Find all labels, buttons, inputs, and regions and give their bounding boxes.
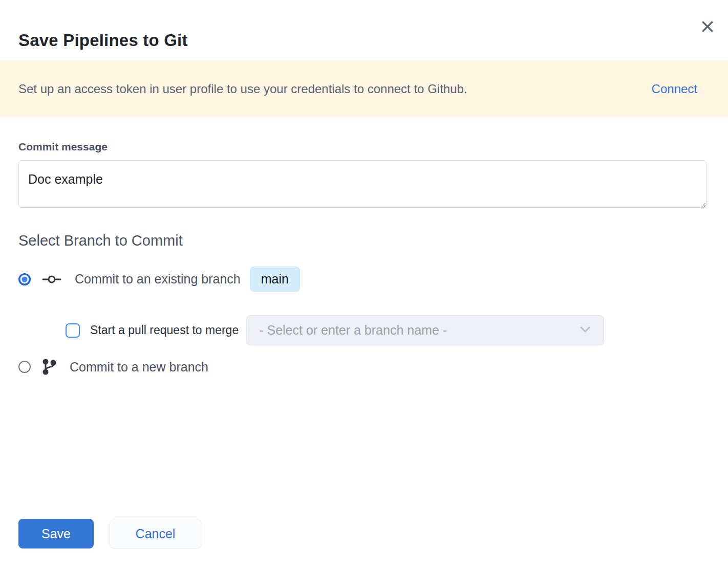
pull-request-label[interactable]: Start a pull request to merge	[90, 323, 239, 337]
modal-body: Commit message Doc example Select Branch…	[0, 117, 728, 519]
close-icon	[700, 19, 715, 34]
pull-request-row: Start a pull request to merge - Select o…	[66, 315, 710, 345]
new-branch-label[interactable]: Commit to a new branch	[70, 360, 208, 375]
new-branch-radio[interactable]	[18, 361, 31, 373]
modal-header: Save Pipelines to Git	[0, 0, 728, 60]
banner-message: Set up an access token in user profile t…	[18, 82, 467, 96]
existing-branch-label[interactable]: Commit to an existing branch	[75, 272, 241, 287]
connect-link[interactable]: Connect	[652, 82, 697, 96]
merge-branch-select[interactable]: - Select or enter a branch name -	[246, 315, 604, 345]
existing-branch-radio[interactable]	[18, 273, 31, 286]
pull-request-checkbox[interactable]	[66, 323, 80, 338]
new-branch-option: Commit to a new branch	[18, 359, 710, 375]
commit-message-label: Commit message	[18, 141, 710, 153]
page-title: Save Pipelines to Git	[18, 31, 710, 50]
branch-section-heading: Select Branch to Commit	[18, 232, 710, 249]
modal-footer: Save Cancel	[0, 519, 728, 571]
chevron-down-icon	[579, 325, 591, 336]
commit-message-input[interactable]: Doc example	[18, 160, 706, 208]
close-button[interactable]	[696, 15, 719, 38]
access-token-banner: Set up an access token in user profile t…	[0, 60, 728, 117]
git-branch-icon	[42, 359, 56, 375]
cancel-button[interactable]: Cancel	[110, 519, 201, 548]
current-branch-badge: main	[250, 267, 300, 292]
git-commit-icon	[42, 273, 61, 286]
merge-branch-placeholder: - Select or enter a branch name -	[259, 323, 447, 338]
save-button[interactable]: Save	[18, 519, 94, 548]
existing-branch-option: Commit to an existing branch main	[18, 267, 710, 292]
